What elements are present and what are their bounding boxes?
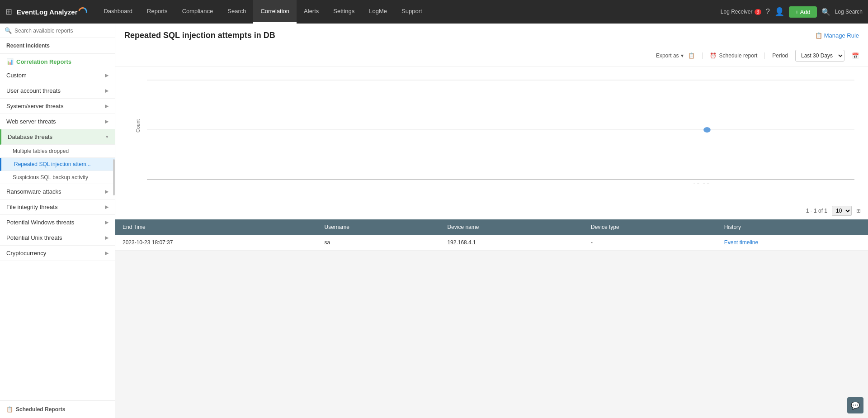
table-header: End Time Username Device name Device typ… [115, 219, 868, 235]
chart-toolbar: Export as ▾ 📋 ⏰ Schedule report Period L… [115, 45, 868, 66]
sidebar-item-potential-unix[interactable]: Potential Unix threats ▶ [0, 230, 115, 246]
cell-device-name: 192.168.4.1 [440, 235, 584, 251]
col-username: Username [317, 219, 440, 235]
search-bar: 🔍 [0, 24, 115, 38]
sidebar-item-database[interactable]: Database threats ▾ [0, 129, 115, 145]
chevron-right-icon: ▶ [105, 250, 108, 256]
col-device-type: Device type [584, 219, 717, 235]
table-info-bar: 1 - 1 of 1 10 ⊞ [115, 202, 868, 219]
per-page-select[interactable]: 10 [832, 206, 852, 216]
scrollbar[interactable] [113, 159, 115, 195]
svg-text:10 23: 10 23 [692, 183, 710, 184]
period-select[interactable]: Last 30 Days [795, 50, 844, 62]
search-icon[interactable]: 🔍 [821, 8, 830, 16]
columns-toggle-icon[interactable]: ⊞ [856, 208, 861, 214]
chevron-right-icon: ▶ [105, 119, 108, 124]
add-button[interactable]: + Add [789, 6, 817, 18]
app-name: EventLog Analyzer [17, 8, 77, 16]
log-receiver-badge: 3 [755, 9, 762, 15]
sidebar-item-custom[interactable]: Custom ▶ [0, 68, 115, 83]
user-icon[interactable]: 👤 [774, 7, 784, 17]
manage-rule-link[interactable]: 📋 Manage Rule [815, 32, 859, 39]
table-row: 2023-10-23 18:07:37 sa 192.168.4.1 - Eve… [115, 235, 868, 251]
top-navigation: ⊞ EventLog Analyzer Dashboard Reports Co… [0, 0, 868, 24]
logo: EventLog Analyzer [17, 7, 87, 16]
manage-rule-icon: 📋 [815, 32, 822, 39]
main-content: Repeated SQL injection attempts in DB 📋 … [115, 24, 868, 418]
nav-dashboard[interactable]: Dashboard [96, 0, 140, 24]
sidebar-sub-multiple-tables[interactable]: Multiple tables dropped [0, 145, 115, 158]
scheduled-reports-icon: 📋 [6, 406, 13, 413]
cell-username: sa [317, 235, 440, 251]
page-title: Repeated SQL injection attempts in DB [124, 31, 275, 40]
chevron-right-icon: ▶ [105, 103, 108, 109]
chart-svg: 2 1 0 10 23 [147, 76, 854, 184]
log-receiver-button[interactable]: Log Receiver 3 [721, 9, 761, 15]
data-table: End Time Username Device name Device typ… [115, 219, 868, 251]
chart-icon: 📊 [6, 58, 14, 65]
sidebar-item-cryptocurrency[interactable]: Cryptocurrency ▶ [0, 246, 115, 261]
log-receiver-label: Log Receiver [721, 9, 753, 15]
search-input[interactable] [14, 28, 110, 34]
event-timeline-link[interactable]: Event timeline [724, 239, 758, 246]
y-axis-label: Count [135, 119, 141, 133]
nav-right: Log Receiver 3 ? 👤 + Add 🔍 Log Search [721, 6, 863, 18]
pagination-info: 1 - 1 of 1 [806, 208, 827, 214]
export-copy-icon: 📋 [688, 52, 695, 59]
chevron-right-icon: ▶ [105, 72, 108, 78]
dropdown-arrow-icon: ▾ [681, 52, 684, 59]
col-device-name: Device name [440, 219, 584, 235]
sidebar-item-ransomware[interactable]: Ransomware attacks ▶ [0, 184, 115, 200]
cell-end-time: 2023-10-23 18:07:37 [115, 235, 317, 251]
sidebar-item-user-account[interactable]: User account threats ▶ [0, 83, 115, 99]
nav-reports[interactable]: Reports [140, 0, 175, 24]
chevron-right-icon: ▶ [105, 219, 108, 225]
cell-history: Event timeline [717, 235, 868, 251]
recent-incidents[interactable]: Recent incidents [0, 38, 115, 54]
nav-search[interactable]: Search [220, 0, 253, 24]
sidebar-item-file-integrity[interactable]: File integrity threats ▶ [0, 200, 115, 215]
calendar-icon[interactable]: 📅 [852, 52, 859, 59]
sidebar-sub-suspicious-sql[interactable]: Suspicious SQL backup activity [0, 171, 115, 184]
main-layout: 🔍 Recent incidents 📊 Correlation Reports… [0, 24, 868, 418]
nav-correlation[interactable]: Correlation [253, 0, 297, 24]
nav-alerts[interactable]: Alerts [297, 0, 326, 24]
sidebar-sub-repeated-sql[interactable]: Repeated SQL injection attem... [0, 158, 115, 171]
schedule-icon: ⏰ [710, 52, 717, 59]
col-end-time: End Time [115, 219, 317, 235]
sidebar-item-web-server[interactable]: Web server threats ▶ [0, 114, 115, 129]
sidebar: 🔍 Recent incidents 📊 Correlation Reports… [0, 24, 115, 418]
help-icon[interactable]: ? [766, 8, 770, 16]
table-body: 2023-10-23 18:07:37 sa 192.168.4.1 - Eve… [115, 235, 868, 251]
nav-support[interactable]: Support [394, 0, 429, 24]
svg-point-7 [703, 127, 711, 133]
table-section: 1 - 1 of 1 10 ⊞ End Time Username Device… [115, 202, 868, 251]
nav-logme[interactable]: LogMe [362, 0, 394, 24]
col-history: History [717, 219, 868, 235]
nav-compliance[interactable]: Compliance [175, 0, 221, 24]
chevron-right-icon: ▶ [105, 204, 108, 210]
logo-arc [77, 5, 89, 18]
chart-area: Count 2 1 0 10 23 [115, 66, 868, 202]
sidebar-item-potential-windows[interactable]: Potential Windows threats ▶ [0, 215, 115, 230]
export-button[interactable]: Export as ▾ 📋 [656, 52, 695, 59]
chevron-right-icon: ▶ [105, 235, 108, 241]
page-header: Repeated SQL injection attempts in DB 📋 … [115, 24, 868, 45]
search-bar-icon: 🔍 [5, 27, 12, 34]
scheduled-reports[interactable]: 📋 Scheduled Reports [0, 400, 115, 418]
sidebar-item-system-server[interactable]: System/server threats ▶ [0, 99, 115, 114]
nav-links: Dashboard Reports Compliance Search Corr… [96, 0, 720, 24]
nav-settings[interactable]: Settings [326, 0, 362, 24]
chevron-right-icon: ▶ [105, 88, 108, 94]
chevron-right-icon: ▶ [105, 189, 108, 195]
grid-icon[interactable]: ⊞ [5, 7, 12, 17]
bottom-bar: 💬 [847, 397, 863, 413]
chart-container: Count 2 1 0 10 23 [147, 76, 854, 184]
log-search-button[interactable]: Log Search [835, 9, 863, 15]
cell-device-type: - [584, 235, 717, 251]
correlation-reports-title: 📊 Correlation Reports [0, 54, 115, 68]
schedule-report-button[interactable]: ⏰ Schedule report [702, 52, 758, 59]
period-label: Period [764, 52, 788, 59]
chevron-down-icon: ▾ [106, 134, 108, 140]
chat-button[interactable]: 💬 [847, 397, 863, 413]
